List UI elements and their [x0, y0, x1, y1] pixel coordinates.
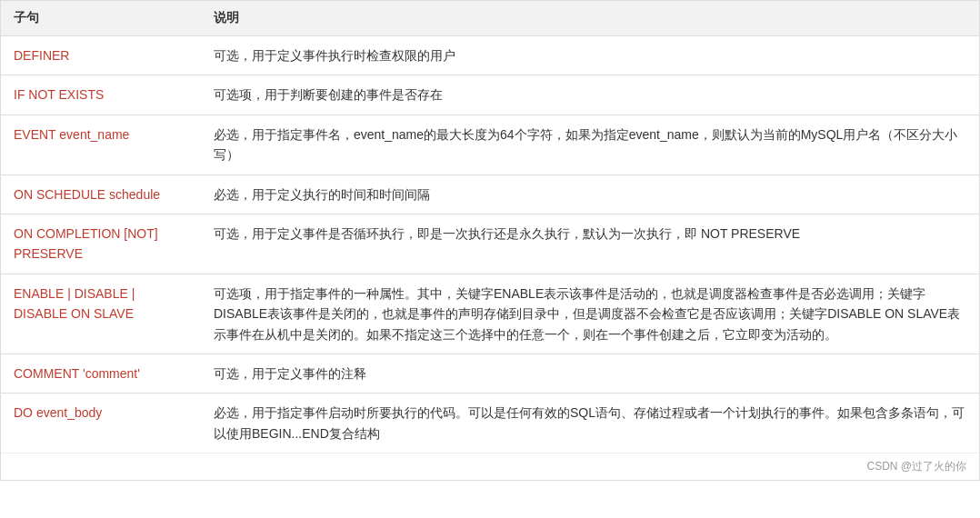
description-cell: 可选项，用于判断要创建的事件是否存在 — [201, 75, 979, 115]
table-row: DO event_body必选，用于指定事件启动时所要执行的代码。可以是任何有效… — [1, 393, 979, 453]
description-cell: 必选，用于定义执行的时间和时间间隔 — [201, 174, 979, 214]
description-cell: 可选，用于定义事件执行时检查权限的用户 — [201, 36, 979, 75]
footer-text: CSDN @过了火的你 — [1, 453, 979, 480]
clause-cell: COMMENT 'comment' — [1, 354, 201, 393]
clause-cell: ON COMPLETION [NOT] PRESERVE — [1, 214, 201, 274]
table-row: EVENT event_name必选，用于指定事件名，event_name的最大… — [1, 115, 979, 174]
description-cell: 可选项，用于指定事件的一种属性。其中，关键字ENABLE表示该事件是活动的，也就… — [201, 274, 979, 354]
table-row: COMMENT 'comment'可选，用于定义事件的注释 — [1, 354, 979, 393]
table-row: ENABLE | DISABLE | DISABLE ON SLAVE可选项，用… — [1, 274, 979, 354]
clause-cell: IF NOT EXISTS — [1, 75, 201, 115]
table-row: ON SCHEDULE schedule必选，用于定义执行的时间和时间间隔 — [1, 174, 979, 214]
clause-table: 子句 说明 DEFINER可选，用于定义事件执行时检查权限的用户IF NOT E… — [1, 1, 979, 453]
description-cell: 必选，用于指定事件名，event_name的最大长度为64个字符，如果为指定ev… — [201, 115, 979, 174]
header-clause: 子句 — [1, 1, 201, 36]
clause-cell: ON SCHEDULE schedule — [1, 174, 201, 214]
description-cell: 可选，用于定义事件的注释 — [201, 354, 979, 393]
header-description: 说明 — [201, 1, 979, 36]
clause-cell: ENABLE | DISABLE | DISABLE ON SLAVE — [1, 274, 201, 354]
clause-cell: DEFINER — [1, 36, 201, 75]
table-row: ON COMPLETION [NOT] PRESERVE可选，用于定义事件是否循… — [1, 214, 979, 274]
description-cell: 必选，用于指定事件启动时所要执行的代码。可以是任何有效的SQL语句、存储过程或者… — [201, 393, 979, 453]
clause-cell: EVENT event_name — [1, 115, 201, 174]
description-cell: 可选，用于定义事件是否循环执行，即是一次执行还是永久执行，默认为一次执行，即 N… — [201, 214, 979, 274]
clause-cell: DO event_body — [1, 393, 201, 453]
table-row: DEFINER可选，用于定义事件执行时检查权限的用户 — [1, 36, 979, 75]
main-container: 子句 说明 DEFINER可选，用于定义事件执行时检查权限的用户IF NOT E… — [0, 0, 980, 481]
table-row: IF NOT EXISTS可选项，用于判断要创建的事件是否存在 — [1, 75, 979, 115]
